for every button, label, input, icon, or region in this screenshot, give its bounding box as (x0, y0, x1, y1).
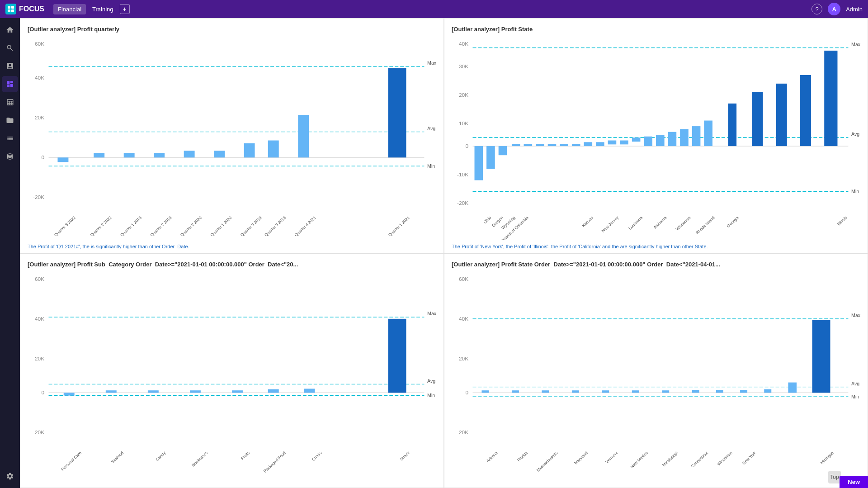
svg-text:Max 37.50K: Max 37.50K (851, 42, 860, 47)
sidebar (0, 18, 20, 488)
svg-rect-102 (190, 390, 201, 393)
svg-rect-1 (11, 6, 14, 9)
svg-rect-73 (800, 75, 811, 146)
username-label: Admin (846, 6, 863, 13)
svg-text:Quarter 1 2018: Quarter 1 2018 (119, 215, 142, 237)
svg-rect-106 (388, 318, 406, 392)
chart-panel-1: [Outlier analyzer] Profit quarterly 60K … (20, 18, 444, 253)
svg-text:Seafood: Seafood (110, 450, 125, 464)
svg-rect-69 (704, 121, 712, 147)
svg-rect-0 (8, 6, 10, 9)
svg-text:Quarter 2 2018: Quarter 2 2018 (149, 215, 172, 237)
svg-text:Georgia: Georgia (726, 215, 740, 229)
svg-text:Quarter 1 2020: Quarter 1 2020 (209, 215, 232, 237)
tab-financial[interactable]: Financial (53, 4, 86, 14)
svg-text:Avg 3.86K: Avg 3.86K (851, 132, 860, 137)
svg-rect-53 (512, 144, 520, 146)
chart-area-2: 40K 30K 20K 10K 0 -10K -20K Max 37.50K A… (452, 35, 860, 240)
svg-rect-70 (728, 104, 737, 146)
svg-text:-20K: -20K (33, 194, 44, 200)
sidebar-item-database[interactable] (2, 148, 18, 165)
nav-tabs: Financial Training + (53, 4, 130, 14)
svg-rect-16 (57, 157, 68, 162)
svg-text:20K: 20K (459, 92, 469, 98)
sidebar-item-home[interactable] (2, 22, 18, 38)
svg-text:Avg 2.82K: Avg 2.82K (427, 378, 436, 383)
sidebar-item-settings[interactable] (2, 468, 18, 484)
sidebar-item-table[interactable] (2, 94, 18, 110)
chart-area-4: 60K 40K 20K 0 -20K Max 41.87K Avg 1.41K … (452, 270, 860, 475)
svg-rect-100 (106, 390, 117, 393)
main-content: [Outlier analyzer] Profit quarterly 60K … (20, 18, 868, 488)
svg-text:Mississippi: Mississippi (661, 450, 679, 467)
new-badge[interactable]: New (840, 476, 868, 488)
svg-text:Alabama: Alabama (652, 215, 668, 230)
chart-svg-3: 60K 40K 20K 0 -20K Max 41.52K Avg 2.82K … (28, 270, 436, 475)
svg-text:20K: 20K (35, 114, 45, 120)
svg-text:Chairs: Chairs (311, 450, 323, 461)
svg-text:0: 0 (466, 143, 469, 149)
add-tab-button[interactable]: + (120, 4, 130, 14)
svg-text:Massachusetts: Massachusetts (536, 450, 559, 472)
svg-text:Quarter 4 2021: Quarter 4 2021 (293, 215, 316, 237)
chart-note-2: The Profit of 'New York', the Profit of … (452, 242, 860, 249)
svg-rect-17 (94, 153, 104, 157)
svg-rect-133 (662, 390, 669, 393)
svg-text:Min -72.72: Min -72.72 (427, 164, 436, 169)
svg-rect-58 (572, 144, 580, 146)
chart-note-3 (28, 477, 436, 484)
svg-text:-20K: -20K (33, 429, 44, 435)
svg-text:Quarter 3 2018: Quarter 3 2018 (264, 215, 287, 237)
help-button[interactable]: ? (811, 4, 822, 14)
svg-rect-71 (752, 92, 763, 146)
svg-rect-21 (214, 151, 225, 157)
svg-rect-135 (716, 389, 723, 392)
chart-svg-1: 60K 40K 20K 0 -20K Max 47.90K Avg 9.46K … (28, 35, 436, 240)
sidebar-item-dashboard[interactable] (2, 76, 18, 92)
svg-rect-129 (542, 390, 549, 393)
svg-text:0: 0 (42, 389, 45, 395)
svg-text:Kansas: Kansas (581, 215, 594, 228)
svg-text:New Mexico: New Mexico (629, 450, 649, 469)
tab-training[interactable]: Training (88, 4, 118, 14)
svg-rect-72 (776, 84, 787, 146)
svg-rect-22 (244, 143, 255, 157)
svg-text:20K: 20K (35, 355, 45, 361)
svg-text:Ohio: Ohio (482, 215, 492, 224)
svg-text:40K: 40K (35, 75, 45, 81)
svg-text:Avg 9.46K: Avg 9.46K (427, 126, 436, 131)
svg-rect-67 (680, 129, 689, 146)
svg-rect-25 (388, 68, 406, 157)
svg-rect-3 (11, 9, 14, 12)
svg-text:Connecticut: Connecticut (690, 450, 709, 468)
svg-rect-137 (764, 389, 771, 393)
svg-rect-127 (481, 390, 489, 393)
svg-rect-103 (232, 390, 243, 393)
sidebar-item-reports[interactable] (2, 58, 18, 74)
svg-text:Max 41.87K: Max 41.87K (851, 313, 860, 318)
svg-text:Max 41.52K: Max 41.52K (427, 311, 436, 316)
sidebar-item-list[interactable] (2, 130, 18, 147)
svg-text:-20K: -20K (457, 200, 468, 206)
sidebar-item-files[interactable] (2, 112, 18, 128)
svg-rect-104 (268, 389, 279, 393)
svg-rect-54 (524, 144, 533, 146)
svg-rect-61 (608, 141, 617, 145)
svg-text:Michigan: Michigan (820, 450, 835, 465)
chart-title-4: [Outlier analyzer] Profit State Order_Da… (452, 261, 860, 268)
topnav-right: ? A Admin (811, 3, 863, 15)
chart-area-3: 60K 40K 20K 0 -20K Max 41.52K Avg 2.82K … (28, 270, 436, 475)
svg-rect-139 (812, 320, 830, 393)
app-name: FOCUS (19, 5, 44, 13)
svg-text:Candy: Candy (155, 450, 167, 461)
svg-rect-128 (512, 390, 519, 393)
svg-text:40K: 40K (459, 315, 469, 321)
scroll-top-button[interactable]: Top (828, 471, 841, 483)
svg-text:Arizona: Arizona (486, 450, 499, 463)
svg-text:Rhode Island: Rhode Island (695, 215, 716, 235)
sidebar-item-search[interactable] (2, 40, 18, 56)
svg-rect-52 (499, 146, 507, 155)
svg-text:-20K: -20K (457, 429, 468, 435)
svg-text:Wisconsin: Wisconsin (716, 450, 733, 466)
svg-rect-55 (536, 144, 544, 146)
